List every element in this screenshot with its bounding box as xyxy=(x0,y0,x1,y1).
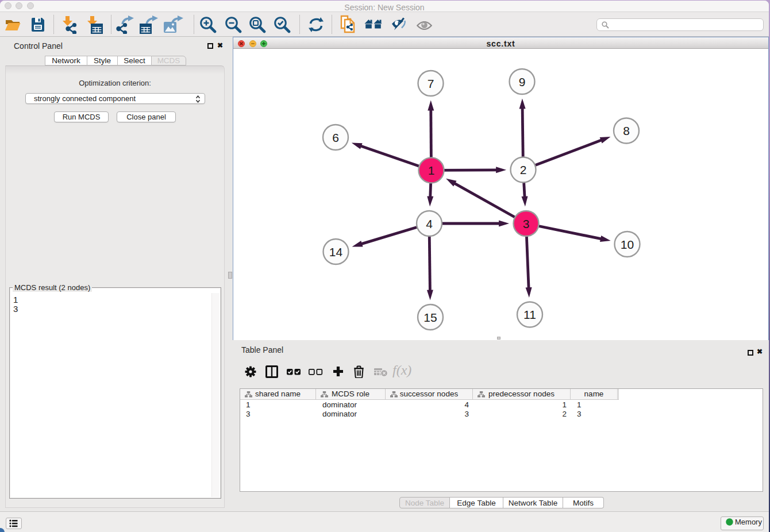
svg-text:9: 9 xyxy=(519,75,526,88)
svg-text:3: 3 xyxy=(523,217,530,230)
svg-text:11: 11 xyxy=(523,308,536,321)
svg-text:15: 15 xyxy=(424,311,437,324)
svg-text:14: 14 xyxy=(329,245,343,259)
svg-text:6: 6 xyxy=(332,131,339,144)
svg-text:7: 7 xyxy=(428,77,434,90)
svg-text:1: 1 xyxy=(428,164,435,177)
svg-text:2: 2 xyxy=(520,163,527,176)
svg-text:8: 8 xyxy=(623,124,630,137)
svg-text:10: 10 xyxy=(621,238,634,251)
svg-text:4: 4 xyxy=(426,217,433,230)
